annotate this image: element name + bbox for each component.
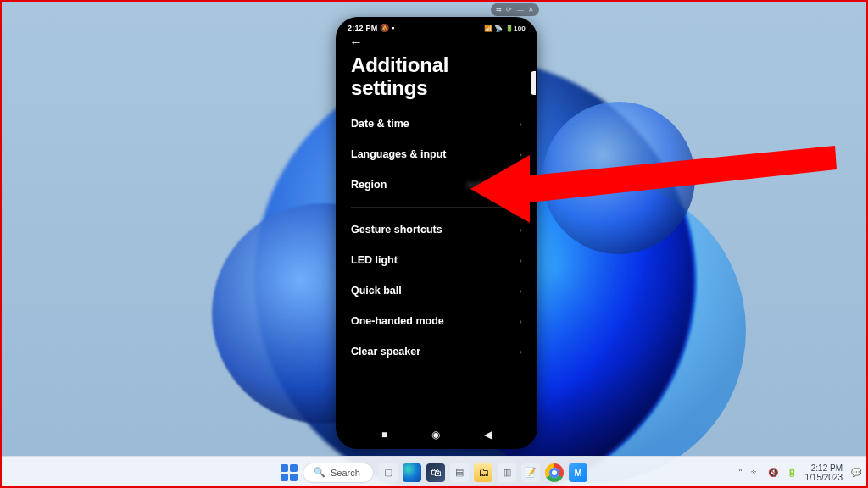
- chevron-right-icon: ›: [519, 119, 522, 129]
- speaker-icon[interactable]: 🔇: [768, 468, 778, 477]
- setting-quick-ball[interactable]: Quick ball ›: [351, 275, 522, 306]
- emu-close-icon[interactable]: ✕: [528, 6, 534, 14]
- back-button[interactable]: ←: [337, 34, 536, 51]
- status-time: 2:12 PM 🔕 ▪: [348, 24, 394, 32]
- emu-swap-icon[interactable]: ⇆: [496, 6, 502, 14]
- setting-clear-speaker[interactable]: Clear speaker ›: [351, 336, 522, 367]
- nav-recent-icon[interactable]: ■: [381, 429, 387, 441]
- search-icon: 🔍: [314, 467, 326, 478]
- scroll-indicator: [531, 71, 537, 95]
- tray-chevron-icon[interactable]: ˄: [738, 468, 743, 477]
- setting-label: Region: [351, 179, 387, 191]
- chevron-right-icon: ›: [519, 180, 522, 190]
- setting-label: Date & time: [351, 118, 409, 130]
- wifi-icon[interactable]: ᯤ: [751, 468, 760, 477]
- app-icon[interactable]: ▥: [498, 463, 516, 482]
- nav-back-icon[interactable]: ◀: [484, 429, 492, 441]
- section-divider: [351, 207, 522, 208]
- phone-frame: 2:12 PM 🔕 ▪ 📶 📡 🔋100 ← Additional settin…: [336, 17, 537, 449]
- chevron-right-icon: ›: [519, 149, 522, 159]
- search-placeholder: Search: [331, 468, 360, 478]
- page-title: Additional settings: [337, 51, 536, 108]
- store-icon[interactable]: 🛍: [426, 463, 445, 482]
- setting-label: Languages & input: [351, 148, 447, 160]
- edge-icon[interactable]: [403, 463, 421, 482]
- chevron-right-icon: ›: [519, 316, 522, 326]
- file-explorer-icon[interactable]: 🗂: [474, 463, 492, 482]
- taskbar-clock[interactable]: 2:12 PM 1/15/2023: [805, 463, 843, 482]
- chevron-right-icon: ›: [519, 347, 522, 357]
- app-icon[interactable]: ▤: [450, 463, 469, 482]
- emu-refresh-icon[interactable]: ⟳: [506, 6, 512, 14]
- mega-icon[interactable]: M: [569, 463, 587, 482]
- setting-value: Indonesia: [468, 180, 511, 190]
- taskview-button[interactable]: ▢: [379, 463, 398, 482]
- notes-icon[interactable]: 📝: [521, 463, 540, 482]
- emulator-toolbar: ⇆ ⟳ — ✕: [491, 3, 539, 16]
- chevron-right-icon: ›: [519, 255, 522, 265]
- setting-label: Clear speaker: [351, 346, 420, 358]
- emu-minimize-icon[interactable]: —: [517, 6, 524, 14]
- setting-label: LED light: [351, 254, 398, 266]
- chevron-right-icon: ›: [519, 286, 522, 296]
- status-right-icons: 📶 📡 🔋100: [484, 25, 526, 32]
- status-bar: 2:12 PM 🔕 ▪ 📶 📡 🔋100: [337, 19, 536, 34]
- setting-label: Quick ball: [351, 285, 402, 297]
- setting-one-handed-mode[interactable]: One-handed mode ›: [351, 306, 522, 336]
- setting-date-time[interactable]: Date & time ›: [351, 108, 522, 139]
- windows-taskbar: 🔍 Search ▢ 🛍 ▤ 🗂 ▥ 📝 M ˄ ᯤ 🔇 🔋 2:12 PM 1…: [0, 456, 868, 488]
- setting-led-light[interactable]: LED light ›: [351, 245, 522, 275]
- setting-languages-input[interactable]: Languages & input ›: [351, 139, 522, 169]
- setting-region[interactable]: Region Indonesia ›: [351, 169, 522, 200]
- setting-gesture-shortcuts[interactable]: Gesture shortcuts ›: [351, 214, 522, 245]
- taskbar-search[interactable]: 🔍 Search: [303, 463, 374, 483]
- chrome-icon[interactable]: [545, 463, 564, 482]
- settings-list: Date & time › Languages & input › Region…: [337, 108, 536, 367]
- setting-label: One-handed mode: [351, 315, 444, 327]
- nav-home-icon[interactable]: ◉: [431, 429, 440, 441]
- setting-label: Gesture shortcuts: [351, 224, 442, 236]
- chevron-right-icon: ›: [519, 225, 522, 235]
- start-button[interactable]: [281, 464, 298, 481]
- battery-icon[interactable]: 🔋: [787, 468, 797, 477]
- notifications-icon[interactable]: 💬: [851, 468, 861, 477]
- taskbar-center: 🔍 Search ▢ 🛍 ▤ 🗂 ▥ 📝 M: [281, 463, 587, 483]
- android-navbar: ■ ◉ ◀: [337, 429, 536, 441]
- system-tray: ˄ ᯤ 🔇 🔋 2:12 PM 1/15/2023 💬: [738, 463, 862, 482]
